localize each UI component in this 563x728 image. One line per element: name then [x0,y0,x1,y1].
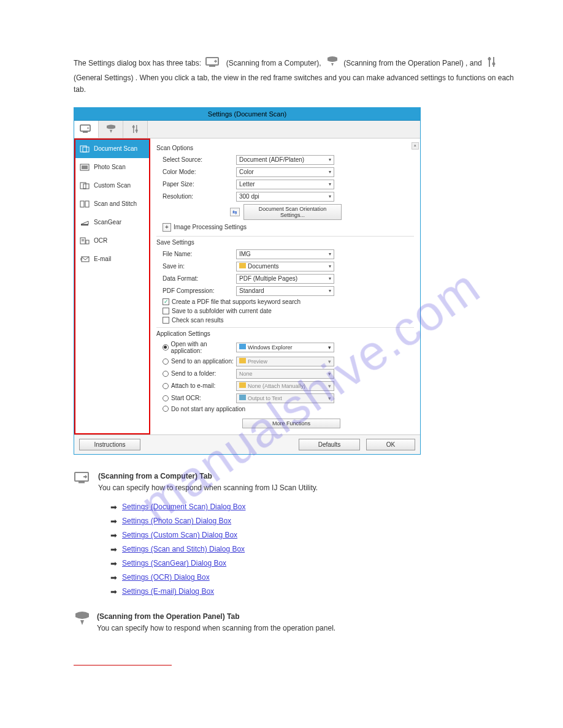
start-ocr-dropdown[interactable]: Output to Text▾ [236,393,334,403]
dialog-content: ▴ Scan Options Select Source: Document (… [150,138,420,434]
chevron-down-icon: ▾ [329,157,331,162]
label-paper-size: Paper Size: [156,181,236,188]
arrow-icon: ➡ [110,517,117,526]
intro-and: , and [465,59,482,67]
color-mode-dropdown[interactable]: Color▾ [236,167,334,177]
sidebar-item-photo-scan[interactable]: Photo Scan [75,158,149,176]
link-settings-scangear[interactable]: Settings (ScanGear) Dialog Box [122,559,226,567]
settings-dialog: Settings (Document Scan) Document Scan [74,107,421,455]
scan-from-panel-icon [326,56,339,72]
sidebar-item-email[interactable]: E-mail [75,250,149,268]
dialog-sidebar: Document Scan Photo Scan Custom Scan Sca… [74,138,150,434]
svg-point-5 [492,63,496,66]
send-to-folder-dropdown[interactable]: None▾ [236,369,334,379]
footer-rule [74,665,172,665]
tab-general-settings[interactable] [123,121,148,138]
sidebar-item-scan-and-stitch[interactable]: Scan and Stitch [75,195,149,213]
heading-scan-from-panel-tab: (Scanning from the Operation Panel) Tab [97,612,239,621]
radio-do-not-start[interactable] [163,406,169,412]
open-with-dropdown[interactable]: Windows Explorer▾ [236,343,334,352]
dialog-tabbar [74,121,420,138]
scrollbar[interactable]: ▴ [412,142,419,431]
label-subfolder: Save to a subfolder with current date [172,308,272,314]
dialog-footer: Instructions Defaults OK [74,434,420,454]
sidebar-item-ocr[interactable]: OCR [75,232,149,250]
label-image-processing: Image Processing Settings [174,224,247,230]
select-source-dropdown[interactable]: Document (ADF/Platen)▾ [236,155,334,165]
sidebar-item-label: Scan and Stitch [94,200,137,207]
checkbox-subfolder[interactable] [163,308,169,314]
more-functions-button[interactable]: More Functions [242,419,340,428]
paper-size-dropdown[interactable]: Letter▾ [236,180,334,189]
tab-scan-from-computer[interactable] [74,121,99,138]
expand-image-processing[interactable]: + [163,223,171,232]
link-settings-document-scan[interactable]: Settings (Document Scan) Dialog Box [122,502,245,511]
label-color-mode: Color Mode: [156,169,236,175]
arrow-icon: ➡ [110,573,117,582]
sidebar-item-custom-scan[interactable]: Custom Scan [75,176,149,195]
file-name-combobox[interactable]: IMG▾ [236,249,334,259]
defaults-button[interactable]: Defaults [299,439,360,450]
intro-text-after: . When you click a tab, the view in the … [74,74,514,94]
folder-icon [239,263,246,268]
ocr-icon [79,237,90,245]
radio-start-ocr[interactable] [163,395,169,401]
sidebar-item-label: Custom Scan [94,182,131,189]
attach-email-dropdown[interactable]: None (Attach Manually)▾ [236,381,334,391]
svg-rect-7 [83,132,88,133]
svg-point-9 [132,126,134,128]
link-settings-email[interactable]: Settings (E-mail) Dialog Box [122,587,214,596]
intro-paragraph: The Settings dialog box has three tabs: … [74,55,526,96]
link-settings-scan-and-stitch[interactable]: Settings (Scan and Stitch) Dialog Box [122,545,245,553]
photo-scan-icon [79,163,90,172]
sidebar-item-label: ScanGear [94,219,121,226]
email-icon [79,255,90,264]
checkbox-keyword-pdf[interactable]: ✓ [163,298,169,305]
sidebar-item-document-scan[interactable]: Document Scan [75,140,149,158]
section-application-settings: Application Settings [156,327,414,339]
svg-rect-27 [79,482,85,483]
ok-button[interactable]: OK [366,439,415,450]
save-in-dropdown[interactable]: Documents▾ [236,262,334,271]
svg-rect-1 [209,66,215,67]
send-to-app-dropdown[interactable]: Preview▾ [236,357,334,366]
orientation-settings-button[interactable]: Document Scan Orientation Settings... [243,204,342,220]
general-settings-icon [486,55,497,72]
intro-tab3-label: (General Settings) [74,74,133,82]
checkbox-check-results[interactable] [163,317,169,324]
label-resolution: Resolution: [156,193,236,200]
svg-point-3 [488,58,491,61]
scan-stitch-icon [79,200,90,208]
pdf-compression-dropdown[interactable]: Standard▾ [236,286,334,296]
label-keyword-pdf: Create a PDF file that supports keyword … [172,298,301,305]
sidebar-item-scangear[interactable]: ScanGear [75,213,149,232]
resolution-dropdown[interactable]: 300 dpi▾ [236,192,334,202]
tab-scan-from-panel[interactable] [99,121,123,138]
label-select-source: Select Source: [156,156,236,163]
link-settings-photo-scan[interactable]: Settings (Photo Scan) Dialog Box [122,517,231,525]
orientation-quick-icon[interactable]: ⇆ [230,208,240,216]
radio-send-to-app[interactable] [163,358,169,365]
intro-tab2-label: (Scanning from the Operation Panel) [343,59,463,67]
heading-scan-from-computer-tab: (Scanning from a Computer) Tab [98,472,212,480]
data-format-dropdown[interactable]: PDF (Multiple Pages)▾ [236,274,334,284]
svg-rect-13 [83,147,89,152]
label-check-results: Check scan results [172,317,223,324]
link-settings-custom-scan[interactable]: Settings (Custom Scan) Dialog Box [122,531,237,539]
arrow-icon: ➡ [110,531,117,540]
radio-send-to-folder[interactable] [163,371,169,377]
link-settings-ocr[interactable]: Settings (OCR) Dialog Box [122,573,210,582]
intro-text-before: The Settings dialog box has three tabs: [74,59,201,67]
radio-attach-email[interactable] [163,383,169,389]
label-do-not-start: Do not start any application [171,406,245,412]
sidebar-item-label: Document Scan [94,145,137,152]
svg-point-11 [135,129,137,132]
section-save-settings: Save Settings [156,236,414,248]
instructions-button[interactable]: Instructions [79,439,140,450]
label-send-to-folder: Send to a folder: [171,370,216,377]
radio-open-with[interactable] [163,344,169,351]
scangear-icon [79,218,90,227]
svg-rect-10 [136,125,137,133]
dialog-titlebar: Settings (Document Scan) [74,108,420,121]
svg-rect-19 [85,201,89,207]
